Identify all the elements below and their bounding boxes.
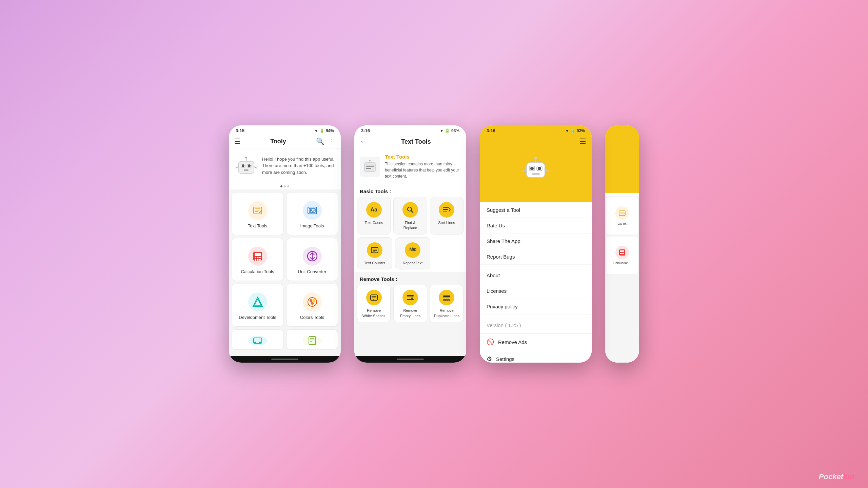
menu-about[interactable]: About — [480, 268, 592, 283]
tool-card-unit-conv[interactable]: Unit Converter — [286, 238, 338, 281]
phone-4-partial: Text To... Calculation... — [605, 125, 639, 363]
back-button[interactable]: ← — [360, 137, 367, 146]
tool-btn-text-cases[interactable]: Aa Text Cases — [357, 197, 391, 235]
app-title-1: Tooly — [270, 138, 286, 145]
svg-rect-25 — [259, 259, 261, 261]
time-3: 3:16 — [487, 128, 495, 133]
welcome-banner: Hello! I hope you find this app useful. … — [229, 148, 341, 183]
phone-1: 3:15 ▼ 🔋 94% ☰ Tooly 🔍 ⋮ — [229, 125, 341, 363]
unit-conv-label: Unit Converter — [298, 269, 327, 274]
remove-tools-label: Remove Tools : — [354, 272, 466, 285]
text-cases-icon-text: Aa — [370, 207, 377, 213]
drawer-menu: Suggest a Tool Rate Us Share The App Rep… — [480, 202, 592, 363]
tool-btn-text-counter[interactable]: Text Counter — [357, 237, 392, 269]
tool-card-text-tools[interactable]: Text Tools — [232, 192, 283, 235]
menu-version: Version ( 1.25 ) — [480, 318, 592, 333]
colors-label: Colors Tools — [300, 315, 324, 320]
tool-btn-remove-dup[interactable]: RemoveDuplicate Lines — [430, 285, 463, 322]
menu-share-app[interactable]: Share The App — [480, 233, 592, 249]
home-indicator-1 — [271, 359, 298, 360]
tool-btn-sort-lines[interactable]: Sort Lines — [430, 197, 463, 235]
svg-line-80 — [545, 169, 549, 171]
colors-icon — [303, 292, 322, 311]
remove-tools-row: RemoveWhite Spaces — [354, 285, 466, 325]
bottom-bar-1 — [229, 356, 341, 363]
status-bar-2: 3:16 ▼ 🔋 93% — [354, 125, 466, 135]
tool-card-partial-1[interactable] — [232, 329, 283, 350]
menu-icon-1[interactable]: ☰ — [234, 137, 240, 145]
unit-conv-icon — [303, 247, 322, 266]
more-icon-1[interactable]: ⋮ — [329, 137, 335, 145]
phone4-card-1: Text To... — [607, 197, 638, 235]
svg-point-35 — [254, 342, 256, 344]
svg-rect-85 — [620, 250, 624, 252]
menu-suggest-tool[interactable]: Suggest a Tool — [480, 202, 592, 218]
hamburger-icon-3[interactable]: ☰ — [579, 137, 586, 146]
text-cases-icon: Aa — [366, 202, 382, 218]
menu-privacy[interactable]: Privacy policy — [480, 299, 592, 314]
bottom-bar-2 — [354, 356, 466, 363]
image-tools-label: Image Tools — [300, 223, 324, 228]
image-tools-icon — [303, 201, 322, 220]
phone4-label-1: Text To... — [616, 222, 628, 225]
tool-card-calc-tools[interactable]: Calculation Tools — [232, 238, 283, 281]
phone4-label-2: Calculation... — [613, 261, 631, 265]
welcome-text: Hello! I hope you find this app useful. … — [262, 156, 335, 176]
menu-remove-ads[interactable]: 🚫 Remove Ads — [480, 333, 592, 350]
tool-btn-remove-ws[interactable]: RemoveWhite Spaces — [357, 285, 391, 322]
text-tools-label: Text Tools — [248, 223, 268, 228]
svg-rect-22 — [259, 257, 261, 258]
drawer-sep-1 — [480, 266, 592, 266]
calc-tools-label: Calculation Tools — [241, 269, 274, 274]
drawer-bottom: 🚫 Remove Ads ⚙ Settings — [480, 333, 592, 363]
text-tools-banner: Text Tools This section contains more th… — [354, 149, 466, 184]
search-icon-1[interactable]: 🔍 — [316, 137, 324, 145]
watermark: Pocketlint — [819, 472, 854, 481]
app-header-1: ☰ Tooly 🔍 ⋮ — [229, 135, 341, 148]
phone4-content: Text To... Calculation... — [605, 193, 639, 363]
svg-point-32 — [312, 299, 315, 302]
phone2-title: Text Tools — [371, 138, 461, 145]
menu-settings[interactable]: ⚙ Settings — [480, 350, 592, 363]
find-replace-label: Find &Replace — [403, 220, 417, 231]
phone2-header: ← Text Tools — [354, 135, 466, 149]
svg-rect-87 — [622, 253, 623, 254]
remove-dup-icon — [439, 290, 454, 305]
partial-icon-2 — [303, 336, 322, 345]
svg-rect-20 — [255, 257, 256, 258]
robot-icon-3 — [520, 153, 551, 184]
svg-point-31 — [310, 299, 312, 302]
tools-grid: Text Tools Image Tools — [229, 189, 341, 356]
tool-card-colors[interactable]: Colors Tools — [286, 284, 338, 327]
svg-point-3 — [242, 164, 244, 167]
text-counter-label: Text Counter — [364, 261, 385, 266]
phone4-icon-1 — [615, 206, 629, 220]
phone-2: 3:16 ▼ 🔋 93% ← Text Tools — [354, 125, 466, 363]
dev-tools-icon — [248, 292, 267, 311]
basic-tools-row-2: Text Counter R̈R̈R Repeat Text — [354, 237, 466, 272]
tool-card-dev-tools[interactable]: Development Tools — [232, 284, 283, 327]
menu-report-bugs[interactable]: Report Bugs — [480, 249, 592, 265]
tool-btn-find-replace[interactable]: Find &Replace — [393, 197, 427, 235]
basic-tools-label: Basic Tools : — [354, 184, 466, 197]
tool-card-image-tools[interactable]: Image Tools — [286, 192, 338, 235]
battery-1: 94% — [326, 128, 334, 133]
tool-btn-remove-el[interactable]: RemoveEmpty Lines — [393, 285, 427, 322]
svg-line-48 — [411, 211, 413, 213]
svg-rect-76 — [532, 173, 540, 175]
text-tools-banner-title: Text Tools — [385, 154, 461, 160]
menu-rate-us[interactable]: Rate Us — [480, 218, 592, 233]
sort-lines-label: Sort Lines — [438, 220, 455, 225]
tool-btn-repeat-text[interactable]: R̈R̈R Repeat Text — [395, 237, 430, 269]
status-bar-1: 3:15 ▼ 🔋 94% — [229, 125, 341, 135]
battery-icon-3: ▼ 🔋 — [565, 128, 575, 133]
phone4-card-2: Calculation... — [607, 237, 638, 274]
tool-card-partial-2[interactable] — [286, 329, 338, 350]
remove-dup-label: RemoveDuplicate Lines — [434, 308, 459, 319]
menu-licenses[interactable]: Licenses — [480, 283, 592, 299]
phone3-header-bar: ☰ — [480, 135, 592, 149]
svg-line-8 — [236, 167, 238, 168]
text-tools-icon — [248, 201, 267, 220]
svg-rect-19 — [255, 253, 261, 256]
time-1: 3:15 — [236, 128, 244, 133]
